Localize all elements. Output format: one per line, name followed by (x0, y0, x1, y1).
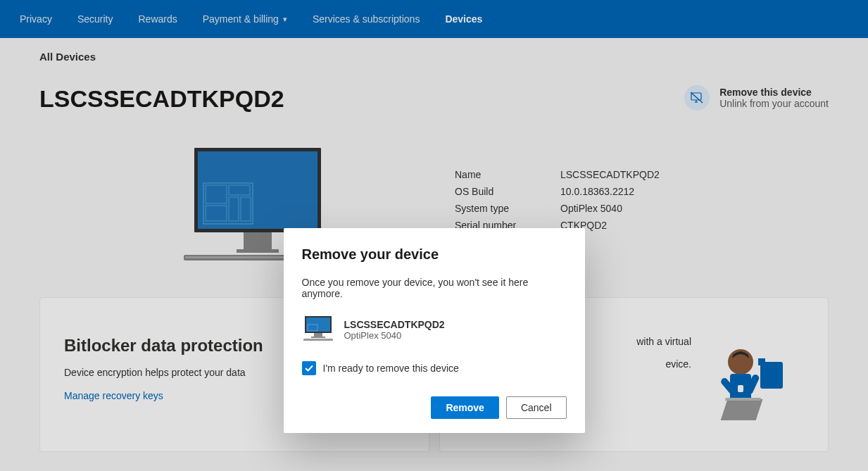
checkbox-label[interactable]: I'm ready to remove this device (323, 363, 459, 374)
modal-device-row: LSCSSECADTKPQD2 OptiPlex 5040 (302, 315, 567, 344)
svg-rect-30 (311, 337, 325, 338)
modal-device-name: LSCSSECADTKPQD2 (344, 319, 445, 330)
svg-rect-29 (314, 333, 322, 337)
modal-button-row: Remove Cancel (302, 396, 567, 419)
modal-device-type: OptiPlex 5040 (344, 330, 445, 341)
checkmark-icon (304, 363, 314, 373)
remove-button[interactable]: Remove (431, 396, 498, 419)
cancel-button[interactable]: Cancel (506, 396, 567, 419)
svg-rect-31 (303, 339, 333, 341)
modal-description: Once you remove your device, you won't s… (302, 277, 567, 299)
modal-checkbox-row: I'm ready to remove this device (302, 361, 567, 375)
monitor-icon (302, 315, 334, 344)
modal-device-info: LSCSSECADTKPQD2 OptiPlex 5040 (344, 319, 445, 341)
remove-device-modal: Remove your device Once you remove your … (284, 228, 585, 433)
modal-title: Remove your device (302, 246, 567, 263)
confirm-remove-checkbox[interactable] (302, 361, 316, 375)
